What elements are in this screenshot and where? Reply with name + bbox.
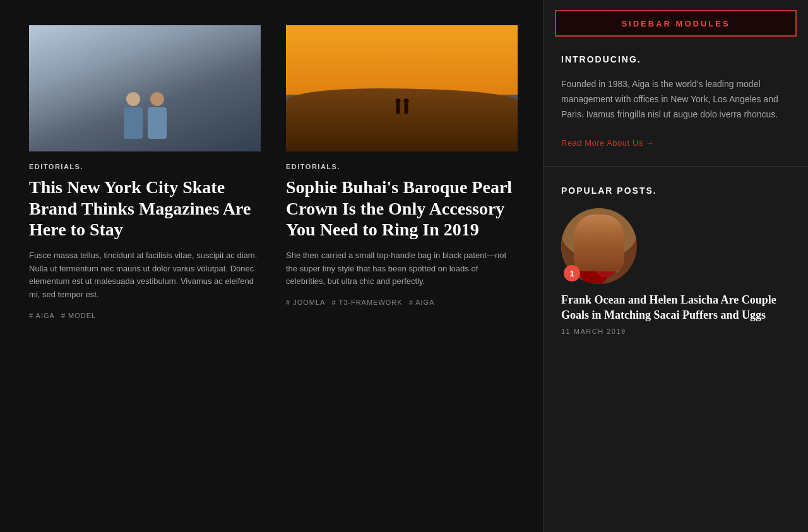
- main-content: EDITORIALS. This New York City Skate Bra…: [0, 0, 543, 532]
- sidebar-module-header-box: SIDEBAR MODULES: [555, 10, 797, 37]
- sidebar-popular-section: POPULAR POSTS.: [544, 167, 808, 353]
- svg-point-5: [585, 237, 607, 268]
- svg-rect-2: [561, 208, 637, 259]
- article-col-2: EDITORIALS. Sophie Buhai's Baroque Pearl…: [286, 25, 518, 507]
- sidebar-intro-section: INTRODUCING. Founded in 1983, Aiga is th…: [544, 37, 808, 167]
- article-2-excerpt: She then carried a small top-handle bag …: [286, 249, 518, 288]
- sidebar: SIDEBAR MODULES INTRODUCING. Founded in …: [543, 0, 808, 532]
- article-2-tags: JOOMLA T3-FRAMEWORK AIGA: [286, 299, 518, 306]
- article-1-title: This New York City Skate Brand Thinks Ma…: [29, 177, 261, 240]
- article-image-1: [29, 25, 261, 151]
- svg-point-8: [585, 218, 615, 236]
- sidebar-popular-title: POPULAR POSTS.: [561, 186, 790, 196]
- figure-1: [124, 92, 143, 139]
- article-1-excerpt: Fusce massa tellus, tincidunt at facilis…: [29, 249, 261, 302]
- landscape-image: [286, 25, 518, 151]
- tag-joomla[interactable]: JOOMLA: [286, 299, 325, 306]
- article-col-1: EDITORIALS. This New York City Skate Bra…: [29, 25, 261, 507]
- popular-post-image-wrapper: 1: [561, 208, 637, 284]
- article-1-category: EDITORIALS.: [29, 163, 261, 170]
- article-1-tags: AIGA MODEL: [29, 312, 261, 319]
- sidebar-intro-body: Founded in 1983, Aiga is the world's lea…: [561, 77, 790, 122]
- svg-point-6: [589, 237, 612, 265]
- svg-point-11: [602, 228, 605, 233]
- tag-aiga-2[interactable]: AIGA: [409, 299, 435, 306]
- post-number-badge: 1: [564, 265, 580, 281]
- popular-post-1: 1 Frank Ocean and Helen Lasicha Are Coup…: [561, 208, 790, 335]
- article-image-2: [286, 25, 518, 151]
- svg-point-7: [589, 220, 612, 242]
- svg-point-12: [594, 238, 607, 242]
- sidebar-intro-title: INTRODUCING.: [561, 54, 790, 64]
- read-more-link[interactable]: Read More About Us →: [561, 138, 654, 148]
- tag-aiga[interactable]: AIGA: [29, 312, 55, 319]
- svg-point-4: [591, 237, 619, 278]
- article-2-category: EDITORIALS.: [286, 163, 518, 170]
- popular-post-date: 11 MARCH 2019: [561, 328, 790, 335]
- couple-image: [29, 25, 261, 151]
- tag-t3framework[interactable]: T3-FRAMEWORK: [331, 299, 402, 306]
- page-wrapper: EDITORIALS. This New York City Skate Bra…: [0, 0, 808, 532]
- tag-model[interactable]: MODEL: [61, 312, 96, 319]
- article-2-title: Sophie Buhai's Baroque Pearl Crown Is th…: [286, 177, 518, 240]
- svg-point-10: [595, 228, 599, 233]
- figure-2: [148, 92, 167, 139]
- sidebar-module-title: SIDEBAR MODULES: [621, 19, 730, 28]
- svg-point-9: [585, 220, 600, 245]
- popular-post-title[interactable]: Frank Ocean and Helen Lasicha Are Couple…: [561, 293, 790, 322]
